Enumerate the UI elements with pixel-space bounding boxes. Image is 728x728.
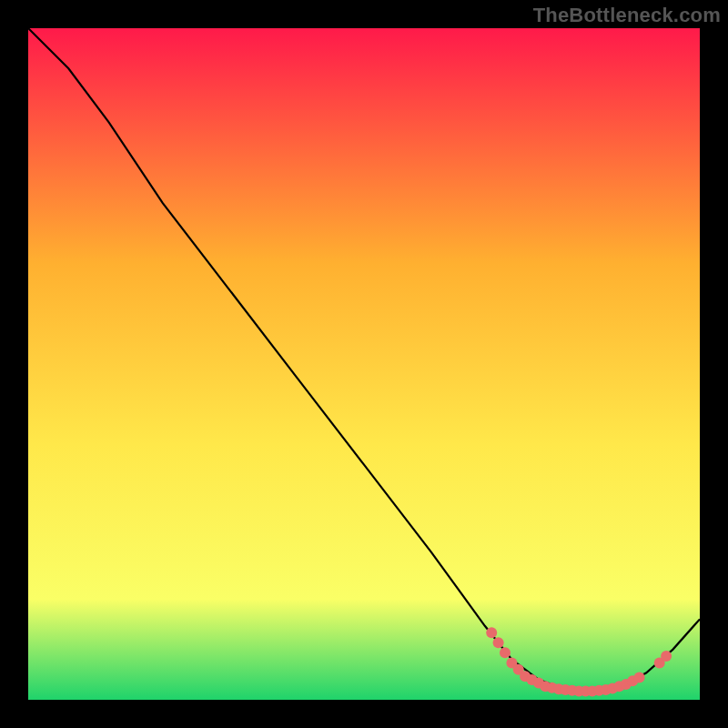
chart-dot (493, 637, 504, 648)
chart-dot (486, 627, 497, 638)
chart-svg (28, 28, 700, 700)
chart-plot-area (28, 28, 700, 700)
chart-dot (661, 651, 672, 662)
chart-dot (500, 647, 511, 658)
watermark-text: TheBottleneck.com (533, 4, 721, 27)
chart-background-gradient (28, 28, 700, 700)
chart-dot (634, 672, 645, 683)
chart-frame: TheBottleneck.com (0, 0, 728, 728)
